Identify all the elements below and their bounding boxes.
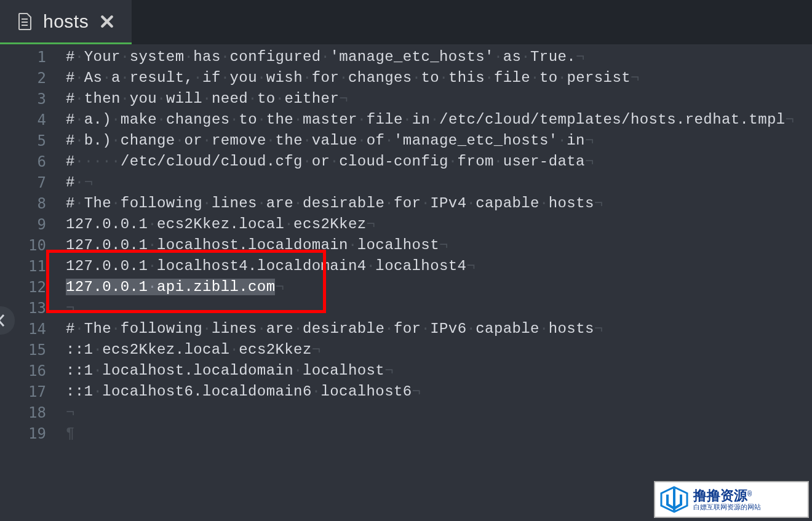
- watermark-badge: 撸撸资源® 白嫖互联网资源的网站: [654, 481, 809, 518]
- line-number: 17: [0, 381, 58, 402]
- code-line[interactable]: 127.0.0.1·api.zibll.com¬: [58, 277, 812, 298]
- code-line[interactable]: #·b.)·change·or·remove·the·value·of·'man…: [58, 130, 812, 151]
- code-line[interactable]: #·The·following·lines·are·desirable·for·…: [58, 193, 812, 214]
- code-line[interactable]: ::1·ecs2Kkez.local·ecs2Kkez¬: [58, 340, 812, 360]
- line-number: 11: [0, 256, 58, 277]
- code-line[interactable]: #·Your·system·has·configured·'manage_etc…: [58, 47, 812, 68]
- line-number: 6: [0, 151, 58, 172]
- line-number: 4: [0, 109, 58, 130]
- code-line[interactable]: #·¬: [58, 172, 812, 193]
- code-line[interactable]: #·then·you·will·need·to·either¬: [58, 89, 812, 109]
- watermark-logo-icon: [659, 486, 690, 513]
- watermark-registered: ®: [747, 490, 752, 498]
- line-number: 5: [0, 130, 58, 151]
- code-line[interactable]: 127.0.0.1·ecs2Kkez.local·ecs2Kkez¬: [58, 214, 812, 235]
- code-line[interactable]: ¬: [58, 402, 812, 423]
- code-line[interactable]: ::1·localhost6.localdomain6·localhost6¬: [58, 381, 812, 402]
- code-line[interactable]: ¶: [58, 423, 812, 444]
- line-number: 10: [0, 235, 58, 256]
- tab-bar: hosts: [0, 0, 812, 44]
- line-number: 15: [0, 340, 58, 360]
- line-number: 7: [0, 172, 58, 193]
- line-number: 9: [0, 214, 58, 235]
- tab-label: hosts: [43, 11, 89, 32]
- code-line[interactable]: 127.0.0.1·localhost.localdomain·localhos…: [58, 235, 812, 256]
- code-line[interactable]: #·····/etc/cloud/cloud.cfg·or·cloud-conf…: [58, 151, 812, 172]
- code-content[interactable]: #·Your·system·has·configured·'manage_etc…: [58, 44, 812, 521]
- file-icon: [17, 13, 32, 30]
- editor[interactable]: 12345678910111213141516171819 #·Your·sys…: [0, 44, 812, 521]
- line-number: 18: [0, 402, 58, 423]
- code-line[interactable]: #·As·a·result,·if·you·wish·for·changes·t…: [58, 68, 812, 89]
- code-line[interactable]: 127.0.0.1·localhost4.localdomain4·localh…: [58, 256, 812, 277]
- line-number: 1: [0, 47, 58, 68]
- code-line[interactable]: #·The·following·lines·are·desirable·for·…: [58, 319, 812, 340]
- close-icon[interactable]: [100, 14, 114, 29]
- code-line[interactable]: ¬: [58, 298, 812, 319]
- line-number-gutter: 12345678910111213141516171819: [0, 44, 58, 521]
- code-line[interactable]: ::1·localhost.localdomain·localhost¬: [58, 360, 812, 381]
- line-number: 2: [0, 68, 58, 89]
- watermark-subtitle: 白嫖互联网资源的网站: [693, 504, 761, 511]
- line-number: 8: [0, 193, 58, 214]
- line-number: 19: [0, 423, 58, 444]
- line-number: 3: [0, 89, 58, 109]
- code-line[interactable]: #·a.)·make·changes·to·the·master·file·in…: [58, 109, 812, 130]
- line-number: 16: [0, 360, 58, 381]
- watermark-title: 撸撸资源: [693, 488, 747, 503]
- file-tab-hosts[interactable]: hosts: [0, 0, 132, 44]
- line-number: 12: [0, 277, 58, 298]
